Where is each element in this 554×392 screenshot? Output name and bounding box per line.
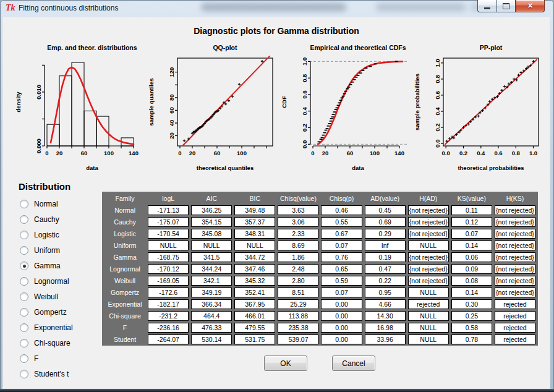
value-entry[interactable]: NULL	[191, 241, 232, 250]
radio-student-s-t[interactable]: Student's t	[20, 369, 69, 380]
radio-chi-square[interactable]: Chi-square	[20, 338, 70, 349]
value-entry[interactable]: -231.2	[148, 311, 189, 321]
value-entry[interactable]: {not rejected}	[495, 252, 535, 262]
value-entry[interactable]: {not rejected}	[495, 205, 535, 215]
radio-cauchy[interactable]: Cauchy	[20, 214, 59, 225]
value-entry[interactable]: -172.6	[148, 288, 189, 297]
value-entry[interactable]: -170.54	[148, 229, 189, 239]
radio-logistic[interactable]: Logistic	[20, 229, 59, 241]
value-entry[interactable]: 345.08	[191, 229, 232, 239]
value-entry[interactable]: 0.25	[451, 311, 492, 321]
value-entry[interactable]: {not rejected}	[408, 264, 449, 274]
value-entry[interactable]: NULL	[408, 288, 449, 297]
value-entry[interactable]: 344.72	[234, 252, 275, 262]
value-entry[interactable]: {not rejected}	[495, 217, 535, 227]
value-entry[interactable]: 113.88	[278, 311, 318, 321]
value-entry[interactable]: 0.00	[321, 311, 362, 321]
value-entry[interactable]: 0.07	[321, 288, 362, 297]
radio-uniform[interactable]: Uniform	[20, 245, 60, 256]
value-entry[interactable]: 0.65	[321, 264, 362, 274]
value-entry[interactable]: {not rejected}	[408, 276, 449, 286]
value-entry[interactable]: -169.05	[148, 276, 189, 286]
value-entry[interactable]: rejected	[495, 311, 535, 321]
value-entry[interactable]: 3.63	[278, 205, 318, 215]
value-entry[interactable]: 33.96	[365, 334, 406, 344]
value-entry[interactable]: 0.00	[321, 323, 362, 333]
value-entry[interactable]: rejected	[408, 299, 449, 309]
value-entry[interactable]: 354.15	[191, 217, 232, 227]
value-entry[interactable]: 366.34	[191, 299, 232, 309]
value-entry[interactable]: 0.14	[451, 288, 492, 297]
value-entry[interactable]: 2.80	[278, 276, 318, 286]
ok-button[interactable]: OK	[264, 356, 307, 371]
titlebar[interactable]: Tk Fitting continuous distributions ×	[0, 0, 554, 17]
value-entry[interactable]: -182.17	[148, 299, 189, 309]
value-entry[interactable]: {not rejected}	[408, 205, 449, 215]
value-entry[interactable]: -171.13	[148, 205, 189, 215]
value-entry[interactable]: 0.46	[321, 205, 362, 215]
value-entry[interactable]: 348.31	[234, 229, 275, 239]
value-entry[interactable]: 0.12	[451, 217, 492, 227]
value-entry[interactable]: 0.29	[365, 229, 406, 239]
value-entry[interactable]: {not rejected}	[408, 229, 449, 239]
value-entry[interactable]: 8.69	[278, 241, 318, 250]
value-entry[interactable]: 0.08	[451, 276, 492, 286]
maximize-button[interactable]	[496, 0, 516, 12]
value-entry[interactable]: NULL	[408, 323, 449, 333]
value-entry[interactable]: 0.58	[451, 323, 492, 333]
value-entry[interactable]: 0.14	[451, 241, 492, 250]
value-entry[interactable]: 0.76	[321, 252, 362, 262]
value-entry[interactable]: 0.30	[451, 299, 492, 309]
radio-normal[interactable]: Normal	[20, 198, 58, 210]
value-entry[interactable]: 0.22	[365, 276, 406, 286]
value-entry[interactable]: 2.48	[278, 264, 318, 274]
value-entry[interactable]: 0.09	[451, 264, 492, 274]
value-entry[interactable]: 476.33	[191, 323, 232, 333]
value-entry[interactable]: 0.78	[451, 334, 492, 344]
value-entry[interactable]: 0.67	[321, 229, 362, 239]
value-entry[interactable]: 479.55	[234, 323, 275, 333]
value-entry[interactable]: 0.07	[451, 229, 492, 239]
radio-gamma[interactable]: Gamma	[20, 260, 61, 271]
value-entry[interactable]: 539.07	[278, 334, 318, 344]
value-entry[interactable]: rejected	[495, 334, 535, 344]
value-entry[interactable]: 0.00	[321, 334, 362, 344]
value-entry[interactable]: 3.06	[278, 217, 318, 227]
value-entry[interactable]: 4.66	[365, 299, 406, 309]
value-entry[interactable]: rejected	[495, 299, 535, 309]
radio-weibull[interactable]: Weibull	[20, 291, 58, 302]
value-entry[interactable]: NULL	[408, 241, 449, 250]
value-entry[interactable]: -168.75	[148, 252, 189, 262]
close-button[interactable]: ×	[516, 0, 545, 12]
value-entry[interactable]: 346.25	[191, 205, 232, 215]
value-entry[interactable]: 0.07	[321, 241, 362, 250]
cancel-button[interactable]: Cancel	[332, 356, 375, 371]
value-entry[interactable]: 531.75	[234, 334, 275, 344]
value-entry[interactable]: NULL	[408, 334, 449, 344]
value-entry[interactable]: 341.5	[191, 252, 232, 262]
value-entry[interactable]: 0.19	[365, 252, 406, 262]
value-entry[interactable]: -236.16	[148, 323, 189, 333]
value-entry[interactable]: 352.41	[234, 288, 275, 297]
value-entry[interactable]: 347.46	[234, 264, 275, 274]
radio-gompertz[interactable]: Gompertz	[20, 307, 67, 318]
value-entry[interactable]: 0.45	[365, 205, 406, 215]
minimize-button[interactable]	[477, 0, 496, 12]
value-entry[interactable]: Inf	[365, 241, 406, 250]
radio-f[interactable]: F	[20, 353, 38, 364]
value-entry[interactable]: 8.51	[278, 288, 318, 297]
value-entry[interactable]: 0.47	[365, 264, 406, 274]
value-entry[interactable]: 0.59	[321, 276, 362, 286]
value-entry[interactable]: 0.95	[365, 288, 406, 297]
value-entry[interactable]: 0.06	[451, 252, 492, 262]
value-entry[interactable]: 342.1	[191, 276, 232, 286]
value-entry[interactable]: {not rejected}	[495, 276, 535, 286]
value-entry[interactable]: -170.12	[148, 264, 189, 274]
value-entry[interactable]: 0.00	[321, 299, 362, 309]
value-entry[interactable]: {not rejected}	[408, 217, 449, 227]
value-entry[interactable]: 349.48	[234, 205, 275, 215]
value-entry[interactable]: -264.07	[148, 334, 189, 344]
value-entry[interactable]: 464.4	[191, 311, 232, 321]
value-entry[interactable]: {not rejected}	[408, 252, 449, 262]
radio-lognormal[interactable]: Lognormal	[20, 276, 69, 287]
